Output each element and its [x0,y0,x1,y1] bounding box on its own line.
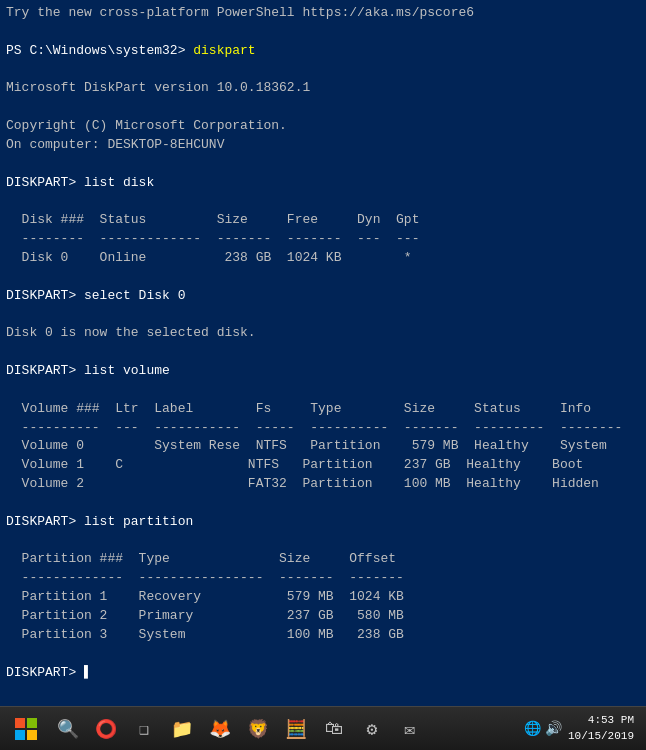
taskbar: 🔍 ⭕ ❑ 📁 🦊 🦁 🧮 🛍 ⚙ ✉ 🌐 🔊 4:53 PM 10/15/20… [0,706,646,750]
store-button[interactable]: 🛍 [316,709,352,749]
clock-time: 4:53 PM [568,713,634,728]
windows-logo-icon [15,718,37,740]
settings-icon: ⚙ [367,718,378,740]
brave-button[interactable]: 🦁 [240,709,276,749]
search-button[interactable]: 🔍 [50,709,86,749]
volume-tray-icon[interactable]: 🔊 [545,720,562,737]
system-tray: 🌐 🔊 4:53 PM 10/15/2019 [524,713,642,744]
mail-button[interactable]: ✉ [392,709,428,749]
file-explorer-icon: 📁 [171,718,193,740]
cortana-icon: ⭕ [95,718,117,740]
search-icon: 🔍 [57,718,79,740]
calculator-icon: 🧮 [285,718,307,740]
network-tray-icon[interactable]: 🌐 [524,720,541,737]
store-icon: 🛍 [325,718,343,739]
brave-icon: 🦁 [247,718,269,740]
settings-button[interactable]: ⚙ [354,709,390,749]
firefox-icon: 🦊 [209,718,231,740]
tray-icons: 🌐 🔊 [524,720,562,737]
terminal-window[interactable]: Try the new cross-platform PowerShell ht… [0,0,646,706]
task-view-icon: ❑ [139,719,149,739]
firefox-button[interactable]: 🦊 [202,709,238,749]
clock-date: 10/15/2019 [568,729,634,744]
mail-icon: ✉ [405,718,416,740]
task-view-button[interactable]: ❑ [126,709,162,749]
file-explorer-button[interactable]: 📁 [164,709,200,749]
system-clock[interactable]: 4:53 PM 10/15/2019 [568,713,634,744]
calculator-button[interactable]: 🧮 [278,709,314,749]
cortana-button[interactable]: ⭕ [88,709,124,749]
start-button[interactable] [4,709,48,749]
